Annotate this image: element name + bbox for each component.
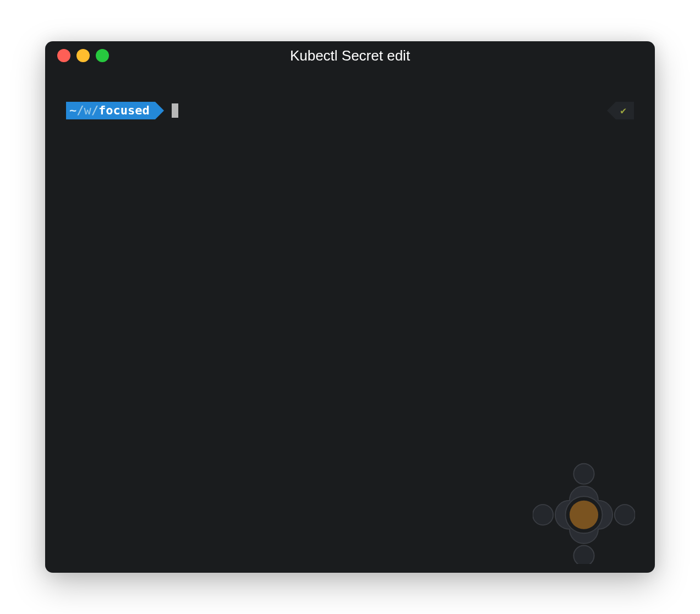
window-title: Kubectl Secret edit bbox=[45, 47, 655, 64]
prompt-line: ~/w/focused ✔ bbox=[66, 102, 634, 119]
status-badge: ✔ bbox=[616, 102, 634, 119]
close-button[interactable] bbox=[57, 49, 70, 62]
cursor bbox=[172, 103, 178, 118]
minimize-button[interactable] bbox=[76, 49, 90, 62]
terminal-body[interactable]: ~/w/focused ✔ bbox=[45, 102, 655, 573]
titlebar: Kubectl Secret edit bbox=[45, 41, 655, 70]
prompt-home: ~ bbox=[69, 103, 76, 118]
terminal-window: Kubectl Secret edit ~/w/focused ✔ bbox=[45, 41, 655, 573]
traffic-lights bbox=[57, 49, 109, 62]
prompt-sep: / bbox=[76, 103, 84, 118]
prompt-path-segment: ~/w/focused bbox=[66, 102, 155, 119]
prompt-parent-abbrev: w bbox=[84, 103, 91, 118]
check-icon: ✔ bbox=[620, 105, 626, 117]
prompt-sep-2: / bbox=[91, 103, 99, 118]
status-right: ✔ bbox=[616, 102, 634, 119]
maximize-button[interactable] bbox=[96, 49, 109, 62]
prompt-current-dir: focused bbox=[99, 103, 150, 118]
